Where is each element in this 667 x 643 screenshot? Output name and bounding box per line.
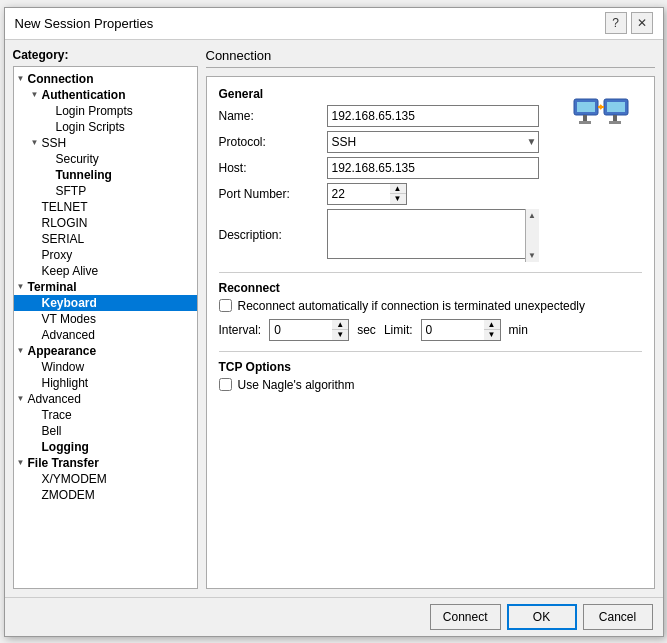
host-input[interactable] bbox=[327, 157, 539, 179]
reconnect-interval-row: Interval: ▲ ▼ sec Limit: bbox=[219, 319, 642, 341]
port-spin-down[interactable]: ▼ bbox=[390, 194, 406, 204]
tree-item-rlogin[interactable]: RLOGIN bbox=[14, 215, 197, 231]
port-spinbox: ▲ ▼ bbox=[327, 183, 539, 205]
connect-button[interactable]: Connect bbox=[430, 604, 501, 630]
protocol-label: Protocol: bbox=[219, 135, 319, 149]
port-input[interactable] bbox=[327, 183, 390, 205]
tree-item-telnet[interactable]: TELNET bbox=[14, 199, 197, 215]
tree-label-file-transfer: File Transfer bbox=[28, 456, 99, 470]
tree-expand-icon-connection: ▼ bbox=[14, 74, 28, 83]
limit-input[interactable] bbox=[421, 319, 484, 341]
scroll-up-icon[interactable]: ▲ bbox=[528, 209, 536, 222]
dialog-footer: Connect OK Cancel bbox=[5, 597, 663, 636]
tree-item-highlight[interactable]: Highlight bbox=[14, 375, 197, 391]
limit-spinbox: ▲ ▼ bbox=[421, 319, 501, 341]
tree-item-proxy[interactable]: Proxy bbox=[14, 247, 197, 263]
tree-item-trace[interactable]: Trace bbox=[14, 407, 197, 423]
tree-label-sftp: SFTP bbox=[56, 184, 87, 198]
tree-item-bell[interactable]: Bell bbox=[14, 423, 197, 439]
tree-label-tunneling: Tunneling bbox=[56, 168, 112, 182]
limit-spin-down[interactable]: ▼ bbox=[484, 330, 500, 340]
tree-label-authentication: Authentication bbox=[42, 88, 126, 102]
interval-spin-up[interactable]: ▲ bbox=[332, 320, 348, 331]
tree-item-login-scripts[interactable]: Login Scripts bbox=[14, 119, 197, 135]
interval-spinbox: ▲ ▼ bbox=[269, 319, 349, 341]
ok-button[interactable]: OK bbox=[507, 604, 577, 630]
general-form: Name: Protocol: SSH TELNET RLOGIN SERIAL… bbox=[219, 105, 539, 262]
section-title: Connection bbox=[206, 48, 655, 68]
tree-item-serial[interactable]: SERIAL bbox=[14, 231, 197, 247]
tree-label-trace: Trace bbox=[42, 408, 72, 422]
tree-label-keyboard: Keyboard bbox=[42, 296, 97, 310]
tree-expand-icon-terminal: ▼ bbox=[14, 282, 28, 291]
tree-label-highlight: Highlight bbox=[42, 376, 89, 390]
interval-spin-down[interactable]: ▼ bbox=[332, 330, 348, 340]
scroll-down-icon[interactable]: ▼ bbox=[528, 249, 536, 262]
tree-item-login-prompts[interactable]: Login Prompts bbox=[14, 103, 197, 119]
desc-textarea[interactable] bbox=[327, 209, 539, 259]
port-spin-up[interactable]: ▲ bbox=[390, 184, 406, 195]
general-section: General bbox=[219, 87, 642, 262]
host-label: Host: bbox=[219, 161, 319, 175]
name-input[interactable] bbox=[327, 105, 539, 127]
svg-line-10 bbox=[600, 107, 602, 109]
tree-item-connection[interactable]: ▼Connection bbox=[14, 71, 197, 87]
svg-rect-2 bbox=[583, 115, 587, 121]
min-label: min bbox=[509, 323, 528, 337]
tree-label-serial: SERIAL bbox=[42, 232, 85, 246]
tree-item-window[interactable]: Window bbox=[14, 359, 197, 375]
tree-item-keyboard[interactable]: Keyboard bbox=[14, 295, 197, 311]
cancel-button[interactable]: Cancel bbox=[583, 604, 653, 630]
content-area: General bbox=[206, 76, 655, 589]
tree-item-ssh[interactable]: ▼SSH bbox=[14, 135, 197, 151]
tree-item-vt-modes[interactable]: VT Modes bbox=[14, 311, 197, 327]
nagle-checkbox[interactable] bbox=[219, 378, 232, 391]
svg-rect-3 bbox=[579, 121, 591, 124]
title-bar-buttons: ? ✕ bbox=[605, 12, 653, 34]
tree-item-appearance[interactable]: ▼Appearance bbox=[14, 343, 197, 359]
port-spinbox-inner: ▲ ▼ bbox=[327, 183, 407, 205]
category-tree: ▼Connection▼AuthenticationLogin PromptsL… bbox=[13, 66, 198, 589]
desc-scrollbar[interactable]: ▲ ▼ bbox=[525, 209, 539, 262]
tree-label-advanced: Advanced bbox=[42, 328, 95, 342]
new-session-dialog: New Session Properties ? ✕ Category: ▼Co… bbox=[4, 7, 664, 637]
tree-item-file-transfer[interactable]: ▼File Transfer bbox=[14, 455, 197, 471]
right-panel: Connection General bbox=[206, 48, 655, 589]
nagle-checkbox-label: Use Nagle's algorithm bbox=[238, 378, 355, 392]
desc-textarea-wrapper: ▲ ▼ bbox=[327, 209, 539, 262]
reconnect-header: Reconnect bbox=[219, 281, 642, 295]
desc-label: Description: bbox=[219, 228, 319, 242]
tree-item-authentication[interactable]: ▼Authentication bbox=[14, 87, 197, 103]
tree-item-security[interactable]: Security bbox=[14, 151, 197, 167]
close-button[interactable]: ✕ bbox=[631, 12, 653, 34]
limit-spin-up[interactable]: ▲ bbox=[484, 320, 500, 331]
interval-spin-buttons: ▲ ▼ bbox=[332, 319, 349, 341]
tree-label-xymodem: X/YMODEM bbox=[42, 472, 107, 486]
help-button[interactable]: ? bbox=[605, 12, 627, 34]
tree-item-sftp[interactable]: SFTP bbox=[14, 183, 197, 199]
protocol-select[interactable]: SSH TELNET RLOGIN SERIAL bbox=[327, 131, 539, 153]
tree-label-proxy: Proxy bbox=[42, 248, 73, 262]
limit-label: Limit: bbox=[384, 323, 413, 337]
dialog-title: New Session Properties bbox=[15, 16, 154, 31]
tree-item-xymodem[interactable]: X/YMODEM bbox=[14, 471, 197, 487]
interval-input[interactable] bbox=[269, 319, 332, 341]
tree-item-zmodem[interactable]: ZMODEM bbox=[14, 487, 197, 503]
tree-item-keepalive[interactable]: Keep Alive bbox=[14, 263, 197, 279]
tree-item-tunneling[interactable]: Tunneling bbox=[14, 167, 197, 183]
tree-label-telnet: TELNET bbox=[42, 200, 88, 214]
tree-item-terminal[interactable]: ▼Terminal bbox=[14, 279, 197, 295]
network-icon bbox=[572, 97, 632, 147]
tree-item-advanced2[interactable]: ▼Advanced bbox=[14, 391, 197, 407]
reconnect-checkbox[interactable] bbox=[219, 299, 232, 312]
svg-rect-6 bbox=[613, 115, 617, 121]
tree-expand-icon-file-transfer: ▼ bbox=[14, 458, 28, 467]
left-panel: Category: ▼Connection▼AuthenticationLogi… bbox=[13, 48, 198, 589]
tree-label-keepalive: Keep Alive bbox=[42, 264, 99, 278]
tree-item-advanced[interactable]: Advanced bbox=[14, 327, 197, 343]
reconnect-checkbox-row: Reconnect automatically if connection is… bbox=[219, 299, 642, 313]
tree-item-logging[interactable]: Logging bbox=[14, 439, 197, 455]
tree-expand-icon-ssh: ▼ bbox=[28, 138, 42, 147]
tree-label-vt-modes: VT Modes bbox=[42, 312, 96, 326]
category-label: Category: bbox=[13, 48, 198, 62]
